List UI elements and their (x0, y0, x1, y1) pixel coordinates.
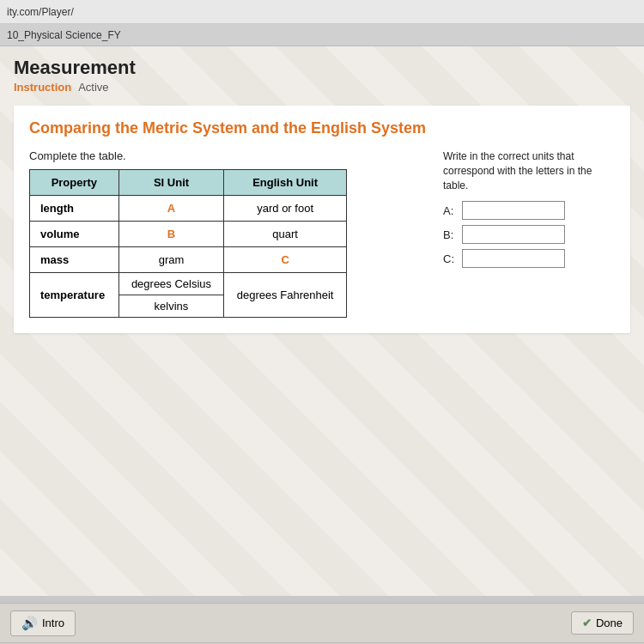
answer-label-a: A: (443, 204, 462, 217)
left-section: Complete the table. Property SI Unit Eng… (29, 149, 426, 318)
table-row: volume B quart (30, 222, 347, 247)
col-property: Property (30, 170, 119, 196)
lesson-body: Complete the table. Property SI Unit Eng… (29, 149, 615, 318)
answer-label-c: C: (443, 252, 462, 265)
answer-input-b[interactable] (462, 225, 565, 244)
intro-label: Intro (42, 617, 64, 629)
speaker-icon: 🔊 (21, 616, 38, 631)
browser-url: ity.com/Player/ (7, 6, 74, 18)
property-mass: mass (30, 247, 119, 273)
main-content: Measurement Instruction Active Comparing… (0, 46, 644, 596)
table-row: length A yard or foot (30, 196, 347, 222)
breadcrumb-instruction[interactable]: Instruction (14, 81, 71, 94)
si-temp-celsius: degrees Celsius (119, 273, 223, 295)
lesson-title: Comparing the Metric System and the Engl… (29, 119, 615, 137)
answer-input-c[interactable] (462, 249, 565, 268)
si-temp-kelvins: kelvins (119, 295, 223, 317)
english-unit-volume: quart (224, 222, 347, 247)
english-unit-temperature: degrees Fahrenheit (224, 273, 347, 318)
check-icon: ✔ (582, 617, 592, 629)
right-instructions: Write in the correct units that correspo… (443, 149, 615, 192)
si-unit-mass: gram (118, 247, 223, 273)
breadcrumb: Instruction Active (14, 81, 630, 94)
lesson-card: Comparing the Metric System and the Engl… (14, 106, 630, 333)
property-length: length (30, 196, 119, 222)
answer-row-b: B: (443, 225, 615, 244)
bottom-bar: 🔊 Intro ✔ Done (0, 603, 644, 642)
done-label: Done (596, 617, 623, 629)
si-unit-volume: B (118, 222, 223, 247)
si-unit-length: A (118, 196, 223, 222)
answer-row-c: C: (443, 249, 615, 268)
si-unit-temperature: degrees Celsius kelvins (118, 273, 223, 318)
table-row: temperature degrees Celsius kelvins degr… (30, 273, 347, 318)
answer-row-a: A: (443, 201, 615, 220)
intro-button[interactable]: 🔊 Intro (10, 611, 76, 636)
tab-bar: 10_Physical Science_FY (0, 24, 644, 46)
col-si-unit: SI Unit (118, 170, 223, 196)
table-header-row: Property SI Unit English Unit (30, 170, 347, 196)
breadcrumb-active: Active (78, 81, 108, 94)
english-unit-mass: C (224, 247, 347, 273)
property-temperature: temperature (30, 273, 119, 318)
table-row: mass gram C (30, 247, 347, 273)
complete-table-text: Complete the table. (29, 149, 426, 162)
english-unit-length: yard or foot (224, 196, 347, 222)
property-volume: volume (30, 222, 119, 247)
right-section: Write in the correct units that correspo… (443, 149, 615, 273)
tab-label: 10_Physical Science_FY (7, 29, 121, 41)
metric-table: Property SI Unit English Unit length A y… (29, 169, 347, 318)
browser-bar: ity.com/Player/ (0, 0, 644, 24)
page-title: Measurement (14, 57, 630, 79)
col-english-unit: English Unit (224, 170, 347, 196)
answer-label-b: B: (443, 228, 462, 241)
done-button[interactable]: ✔ Done (571, 611, 634, 635)
answer-input-a[interactable] (462, 201, 565, 220)
